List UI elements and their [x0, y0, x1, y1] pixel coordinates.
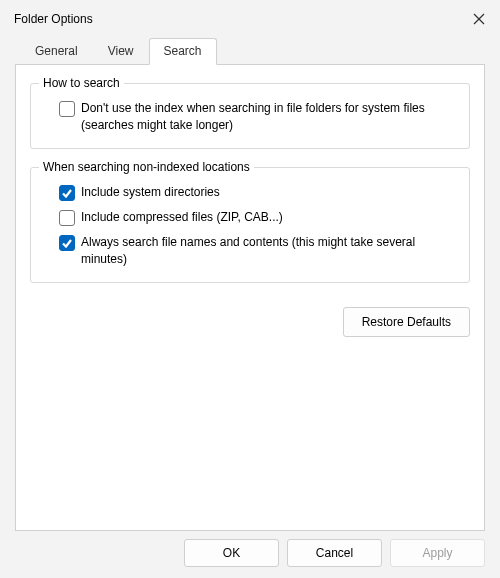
group-label: How to search — [39, 76, 124, 90]
group-label: When searching non-indexed locations — [39, 160, 254, 174]
tab-strip: General View Search — [0, 38, 500, 64]
window-title: Folder Options — [14, 12, 93, 26]
checkbox-label: Always search file names and contents (t… — [81, 234, 455, 268]
option-include-compressed[interactable]: Include compressed files (ZIP, CAB...) — [45, 209, 455, 226]
cancel-button[interactable]: Cancel — [287, 539, 382, 567]
group-how-to-search: How to search Don't use the index when s… — [30, 83, 470, 149]
close-icon — [473, 13, 485, 25]
check-icon — [61, 187, 73, 199]
option-always-search-contents[interactable]: Always search file names and contents (t… — [45, 234, 455, 268]
option-include-system-dirs[interactable]: Include system directories — [45, 184, 455, 201]
checkbox-label: Don't use the index when searching in fi… — [81, 100, 455, 134]
checkbox-unchecked[interactable] — [59, 210, 75, 226]
tab-search[interactable]: Search — [149, 38, 217, 65]
checkbox-unchecked[interactable] — [59, 101, 75, 117]
apply-button: Apply — [390, 539, 485, 567]
content-panel: How to search Don't use the index when s… — [15, 64, 485, 531]
checkbox-checked[interactable] — [59, 235, 75, 251]
checkbox-checked[interactable] — [59, 185, 75, 201]
close-button[interactable] — [472, 12, 486, 26]
title-bar: Folder Options — [0, 0, 500, 38]
checkbox-label: Include compressed files (ZIP, CAB...) — [81, 209, 283, 226]
checkbox-label: Include system directories — [81, 184, 220, 201]
tab-general[interactable]: General — [20, 38, 93, 64]
option-dont-use-index[interactable]: Don't use the index when searching in fi… — [45, 100, 455, 134]
tab-view[interactable]: View — [93, 38, 149, 64]
restore-defaults-button[interactable]: Restore Defaults — [343, 307, 470, 337]
group-non-indexed: When searching non-indexed locations Inc… — [30, 167, 470, 283]
check-icon — [61, 237, 73, 249]
ok-button[interactable]: OK — [184, 539, 279, 567]
dialog-button-row: OK Cancel Apply — [184, 539, 485, 567]
